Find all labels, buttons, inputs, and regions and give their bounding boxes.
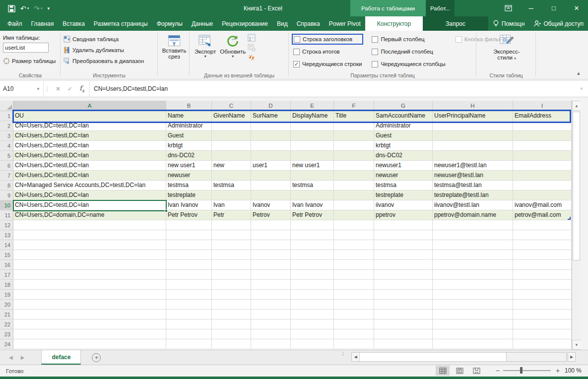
cell-H4[interactable] xyxy=(433,141,513,151)
cell-A4[interactable]: CN=Users,DC=testl,DC=lan xyxy=(13,141,166,151)
cell-C2[interactable] xyxy=(212,121,251,131)
cell-B4[interactable]: krbtgt xyxy=(166,141,212,151)
cell-I14[interactable] xyxy=(513,240,572,250)
table-name-input[interactable] xyxy=(3,43,49,53)
cell-F2[interactable] xyxy=(334,121,374,131)
column-header-C[interactable]: C xyxy=(212,101,251,111)
cell-I4[interactable] xyxy=(513,141,572,151)
cell-I20[interactable] xyxy=(513,300,572,310)
quick-styles-button[interactable]: Экспресс- стили ▾ xyxy=(479,33,534,62)
cell-B9[interactable]: testreplate xyxy=(166,190,212,200)
cell-H6[interactable]: newuser1@testl.lan xyxy=(433,161,513,171)
cell-F9[interactable] xyxy=(334,190,374,200)
row-header-14[interactable]: 14 xyxy=(0,240,13,250)
select-all-corner[interactable] xyxy=(0,101,13,111)
cell-B15[interactable] xyxy=(166,250,212,260)
cell-F10[interactable] xyxy=(334,200,374,210)
cell-C3[interactable] xyxy=(212,131,251,141)
cell-H18[interactable] xyxy=(433,280,513,290)
checkbox-последний-столбец[interactable]: Последний столбец xyxy=(370,46,447,57)
cell-A24[interactable] xyxy=(13,339,166,349)
cell-B7[interactable]: newuser xyxy=(166,171,212,181)
formula-bar-splitter[interactable]: ⋮ xyxy=(44,81,51,97)
tab-файл[interactable]: Файл xyxy=(3,16,27,31)
row-header-1[interactable]: 1 xyxy=(0,111,13,121)
checkbox-чередующиеся-столбцы[interactable]: Чередующиеся столбцы xyxy=(370,59,447,69)
cell-D1[interactable]: SurName xyxy=(251,111,291,121)
cell-G7[interactable]: newuser xyxy=(374,171,433,181)
cell-G20[interactable] xyxy=(374,300,433,310)
cell-G5[interactable]: dns-DC02 xyxy=(374,151,433,161)
cell-E24[interactable] xyxy=(291,339,334,349)
cell-I12[interactable] xyxy=(513,220,572,230)
cancel-icon[interactable]: ✕ xyxy=(56,85,61,92)
cell-G10[interactable]: iivanov xyxy=(374,200,433,210)
cell-H17[interactable] xyxy=(433,270,513,280)
cell-A12[interactable] xyxy=(13,220,166,230)
cell-H1[interactable]: UserPrincipalName xyxy=(433,111,513,121)
cell-G16[interactable] xyxy=(374,260,433,270)
cell-G12[interactable] xyxy=(374,220,433,230)
cell-H24[interactable] xyxy=(433,339,513,349)
cell-H10[interactable]: iivanov@testl.lan xyxy=(433,200,513,210)
cell-A21[interactable] xyxy=(13,310,166,319)
cell-A5[interactable]: CN=Users,DC=testl,DC=lan xyxy=(13,151,166,161)
cell-E4[interactable] xyxy=(291,141,334,151)
cell-H23[interactable] xyxy=(433,329,513,339)
row-header-22[interactable]: 22 xyxy=(0,319,13,329)
checkbox-строка-заголовков[interactable]: Строка заголовков xyxy=(292,34,363,45)
ribbon-display-options-icon[interactable] xyxy=(497,0,520,16)
cell-G2[interactable]: Administrator xyxy=(374,121,433,131)
cell-F8[interactable] xyxy=(334,181,374,190)
cell-E5[interactable] xyxy=(291,151,334,161)
cell-D3[interactable] xyxy=(251,131,291,141)
checked-checkbox-icon[interactable]: ✓ xyxy=(293,61,300,67)
pivot-table-button[interactable]: Сводная таблица xyxy=(64,34,156,45)
cell-D24[interactable] xyxy=(251,339,291,349)
formula-input[interactable]: CN=Users,DC=testl,DC=lan xyxy=(90,81,575,97)
cell-G14[interactable] xyxy=(374,240,433,250)
cell-B16[interactable] xyxy=(166,260,212,270)
cell-D22[interactable] xyxy=(251,319,291,329)
tab-помощн[interactable]: Помощн xyxy=(488,16,529,31)
unchecked-checkbox-icon[interactable] xyxy=(372,49,378,55)
cell-A9[interactable]: CN=Users,DC=testl,DC=lan xyxy=(13,190,166,200)
cell-E7[interactable] xyxy=(291,171,334,181)
cell-F15[interactable] xyxy=(334,250,374,260)
cell-E21[interactable] xyxy=(291,310,334,319)
cell-A13[interactable] xyxy=(13,230,166,240)
column-header-G[interactable]: G xyxy=(374,101,433,111)
cell-D10[interactable]: Ivanov xyxy=(251,200,291,210)
cell-B22[interactable] xyxy=(166,319,212,329)
cell-B24[interactable] xyxy=(166,339,212,349)
cell-F17[interactable] xyxy=(334,270,374,280)
cell-C22[interactable] xyxy=(212,319,251,329)
name-box[interactable]: A10 ▼ xyxy=(0,81,44,97)
cell-B13[interactable] xyxy=(166,230,212,240)
column-header-A[interactable]: A xyxy=(13,101,166,111)
unchecked-checkbox-icon[interactable] xyxy=(293,49,300,55)
cell-I8[interactable] xyxy=(513,181,572,190)
cell-E2[interactable] xyxy=(291,121,334,131)
horizontal-scrollbar[interactable]: ◀ xyxy=(351,352,567,362)
row-header-16[interactable]: 16 xyxy=(0,260,13,270)
tab-рецензирование[interactable]: Рецензирование xyxy=(217,16,272,31)
cell-E19[interactable] xyxy=(291,290,334,300)
scroll-right-icon[interactable]: ▶ xyxy=(568,352,576,362)
column-header-B[interactable]: B xyxy=(166,101,212,111)
cell-G23[interactable] xyxy=(374,329,433,339)
column-header-E[interactable]: E xyxy=(291,101,334,111)
cell-B10[interactable]: Ivan Ivanov xyxy=(166,200,212,210)
remove-duplicates-button[interactable]: Удалить дубликаты xyxy=(64,45,156,56)
row-header-18[interactable]: 18 xyxy=(0,280,13,290)
cell-G4[interactable]: krbtgt xyxy=(374,141,433,151)
cell-G9[interactable]: testreplate xyxy=(374,190,433,200)
cell-E17[interactable] xyxy=(291,270,334,280)
cell-I6[interactable] xyxy=(513,161,572,171)
cell-B19[interactable] xyxy=(166,290,212,300)
cell-G22[interactable] xyxy=(374,319,433,329)
cell-B2[interactable]: Administrator xyxy=(166,121,212,131)
tab-запрос[interactable]: Запрос xyxy=(446,20,465,27)
cell-F18[interactable] xyxy=(334,280,374,290)
horizontal-splitter[interactable]: ⁞ xyxy=(342,351,344,357)
